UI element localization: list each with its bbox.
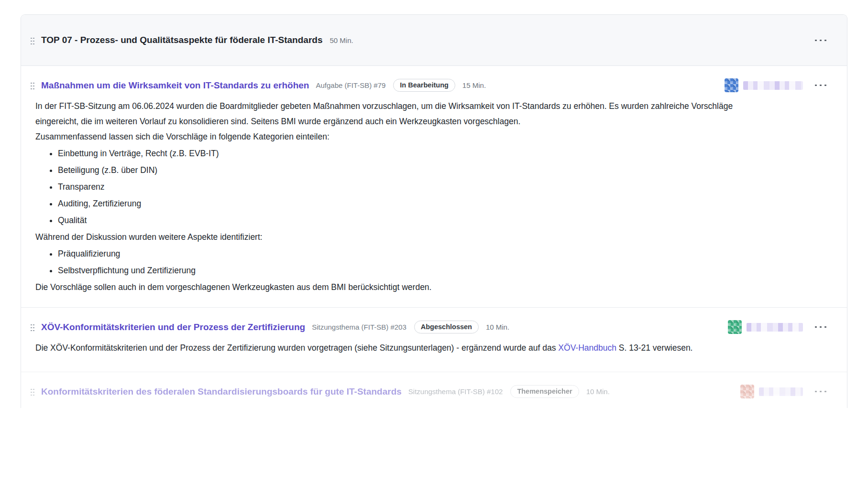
bullet-item: Selbstverpflichtung und Zertifizierung [58,263,743,278]
item-description: In der FIT-SB-Sitzung am 06.06.2024 wurd… [21,98,834,307]
drag-handle-icon[interactable] [30,323,35,331]
item-description: Die XÖV-Konformitätskriterien und der Pr… [21,340,834,372]
section-title: TOP 07 - Prozess- und Qualitätsaspekte f… [41,35,322,45]
item-type-reference: Sitzungsthema (FIT-SB) #203 [312,323,407,331]
agenda-item-konformitaetskriterien: Konformitätskriterien des föderalen Stan… [21,372,847,408]
section-duration: 50 Min. [330,36,353,44]
text-segment: S. 13-21 verwiesen. [616,343,693,353]
status-badge[interactable]: Abgeschlossen [414,321,479,333]
item-title-link[interactable]: XÖV-Konformitätskriterien und der Prozes… [41,322,305,333]
item-duration: 10 Min. [586,387,610,396]
status-badge[interactable]: In Bearbeitung [393,79,455,92]
assignee-name-redacted [747,323,803,332]
drag-handle-icon[interactable] [30,387,35,396]
paragraph: Während der Diskussion wurden weitere As… [35,229,743,245]
ellipsis-menu-icon[interactable] [813,390,828,393]
item-header-row: Konformitätskriterien des föderalen Stan… [21,372,847,408]
avatar [740,385,754,398]
item-duration: 10 Min. [486,323,509,331]
agenda-item-massnahmen: Maßnahmen um die Wirksamkeit von IT-Stan… [21,66,847,307]
avatar [725,78,738,92]
item-header-row: XÖV-Konformitätskriterien und der Prozes… [21,308,847,334]
assignee-name-redacted [743,81,803,90]
assignee-name-redacted [759,387,803,396]
ellipsis-menu-icon[interactable] [813,39,828,42]
paragraph: Zusammenfassend lassen sich die Vorschlä… [35,129,743,144]
section-header: TOP 07 - Prozess- und Qualitätsaspekte f… [21,15,847,66]
bullet-item: Qualität [58,213,743,228]
bullet-item: Präqualifizierung [58,246,743,261]
item-type-reference: Sitzungsthema (FIT-SB) #102 [408,387,503,396]
assignee-chip[interactable] [740,385,803,398]
avatar [728,320,742,334]
text-segment: Die XÖV-Konformitätskriterien und der Pr… [35,343,558,353]
bullet-item: Transparenz [58,179,743,194]
bullet-list: Präqualifizierung Selbstverpflichtung un… [35,246,743,278]
assignee-chip[interactable] [728,320,803,334]
paragraph: In der FIT-SB-Sitzung am 06.06.2024 wurd… [35,98,743,129]
item-title-link[interactable]: Konformitätskriterien des föderalen Stan… [41,386,402,397]
bullet-item: Auditing, Zertifizierung [58,196,743,211]
ellipsis-menu-icon[interactable] [813,84,828,86]
item-type-reference: Aufgabe (FIT-SB) #79 [316,81,385,89]
assignee-chip[interactable] [725,78,803,92]
status-badge[interactable]: Themenspeicher [510,385,579,398]
paragraph: Die XÖV-Konformitätskriterien und der Pr… [35,340,743,355]
item-title-link[interactable]: Maßnahmen um die Wirksamkeit von IT-Stan… [41,80,309,91]
agenda-item-xoev-konformitaet: XÖV-Konformitätskriterien und der Prozes… [21,307,847,372]
bullet-item: Einbettung in Verträge, Recht (z.B. EVB-… [58,146,743,161]
drag-handle-icon[interactable] [30,36,35,44]
bullet-item: Beteiligung (z.B. über DIN) [58,162,743,178]
bullet-list: Einbettung in Verträge, Recht (z.B. EVB-… [35,146,743,228]
ellipsis-menu-icon[interactable] [813,326,828,328]
paragraph: Die Vorschläge sollen auch in dem vorges… [35,279,743,295]
item-header-row: Maßnahmen um die Wirksamkeit von IT-Stan… [21,66,847,92]
drag-handle-icon[interactable] [30,81,35,89]
item-duration: 15 Min. [462,81,486,89]
agenda-section-panel: TOP 07 - Prozess- und Qualitätsaspekte f… [21,14,847,408]
xoev-handbuch-link[interactable]: XÖV-Handbuch [558,343,616,353]
